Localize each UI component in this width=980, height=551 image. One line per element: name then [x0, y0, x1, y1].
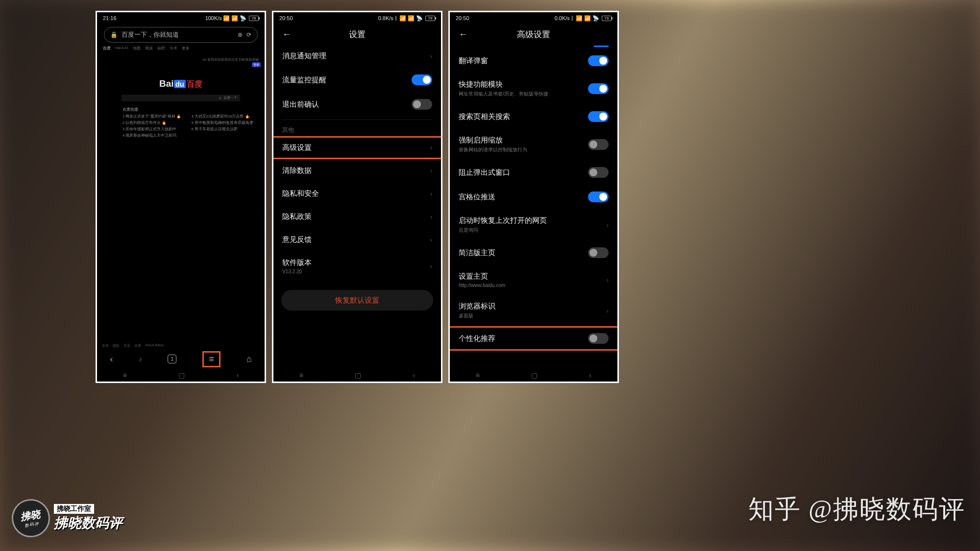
- toggle-switch[interactable]: [412, 99, 432, 110]
- chevron-right-icon: ›: [607, 221, 609, 229]
- tab-link[interactable]: 学术: [170, 46, 177, 51]
- tab-link[interactable]: 地图: [133, 46, 141, 51]
- reload-icon[interactable]: ⟳: [246, 31, 251, 38]
- system-nav: ≡ ▢ ‹: [97, 369, 265, 382]
- home-icon[interactable]: ⌂: [246, 354, 252, 364]
- setting-label: 消息通知管理: [282, 51, 430, 61]
- chevron-right-icon: ›: [430, 213, 432, 220]
- chevron-right-icon: ›: [607, 307, 609, 314]
- setting-row[interactable]: 高级设置›: [272, 136, 442, 159]
- chevron-right-icon: ›: [430, 236, 432, 243]
- hot-title: 百度热搜: [122, 107, 239, 112]
- chevron-right-icon: ›: [430, 263, 432, 270]
- lock-icon: 🔒: [110, 31, 118, 38]
- setting-row[interactable]: 消息通知管理›: [273, 45, 441, 68]
- setting-row[interactable]: 流量监控提醒: [273, 68, 441, 92]
- search-box[interactable]: ◎ 百度一下: [122, 95, 240, 101]
- toggle-switch[interactable]: [588, 192, 609, 202]
- setting-label: 浏览器标识: [459, 302, 607, 311]
- tab-link[interactable]: 视频: [145, 46, 153, 51]
- chevron-right-icon: ›: [430, 167, 432, 174]
- recents-icon[interactable]: ≡: [299, 371, 303, 379]
- recents-icon[interactable]: ≡: [476, 371, 480, 379]
- back-key-icon[interactable]: ‹: [589, 371, 592, 379]
- hot-item[interactable]: 3 庆余年摄影师正式升入独剧中: [122, 127, 181, 132]
- hot-item[interactable]: 2 以色列彻底宣布停火 🔥: [122, 120, 181, 125]
- clock: 21:16: [103, 15, 117, 21]
- phone-settings: 20:50 0.8K/s ᛒ 📶 📶 📡 79 ← 设置 消息通知管理›流量监控…: [272, 11, 442, 383]
- home-key-icon[interactable]: ▢: [178, 371, 185, 379]
- header: ← 高级设置: [450, 24, 617, 45]
- toggle-switch[interactable]: [588, 55, 609, 66]
- setting-row[interactable]: 退出前确认: [273, 92, 441, 117]
- setting-row[interactable]: 软件版本V13.2.20›: [273, 251, 441, 281]
- hot-item[interactable]: 6 男子车着路人目视无法萨: [192, 127, 253, 132]
- setting-row[interactable]: 隐私政策›: [273, 205, 441, 228]
- toggle-switch[interactable]: [412, 74, 432, 85]
- battery-icon: 79: [425, 16, 435, 21]
- hot-item[interactable]: 4 俄罗斯会神秘电人天中卫新玛: [122, 133, 181, 138]
- toggle-switch[interactable]: [588, 167, 609, 178]
- restore-defaults-button[interactable]: 恢复默认设置: [281, 290, 433, 311]
- menu-icon[interactable]: ≡: [202, 351, 220, 367]
- setting-sub: 总是询问: [459, 227, 607, 234]
- signal-icon: ᛒ 📶 📶 📡: [571, 15, 599, 22]
- home-key-icon[interactable]: ▢: [531, 371, 538, 379]
- setting-label: 意见反馈: [282, 235, 430, 244]
- setting-row[interactable]: 隐私和安全›: [273, 182, 441, 205]
- battery-icon: 78: [249, 16, 259, 21]
- setting-row[interactable]: 清除数据›: [273, 159, 441, 182]
- setting-label: 退出前确认: [282, 100, 412, 109]
- toggle-switch[interactable]: [588, 247, 609, 258]
- toggle-switch[interactable]: [588, 111, 609, 122]
- setting-row[interactable]: 浏览器标识桌面版›: [450, 295, 617, 326]
- hot-item[interactable]: 5 香中检测新电梯的鱼质有原题角度: [192, 120, 253, 125]
- browser-toolbar: ‹ › 1 ≡ ⌂: [97, 349, 265, 369]
- home-key-icon[interactable]: ▢: [355, 371, 361, 379]
- setting-label: 阻止弹出式窗口: [459, 168, 588, 177]
- setting-sub: 替换网站的请求以控制缩放行为: [459, 146, 588, 153]
- toggle-switch[interactable]: [588, 83, 609, 94]
- tab-link[interactable]: 更多: [182, 46, 190, 51]
- setting-row[interactable]: 搜索页相关搜索: [450, 104, 617, 129]
- system-nav: ≡ ▢ ‹: [273, 369, 441, 382]
- stamp-line1: 拂晓工作室: [54, 504, 94, 514]
- setting-row[interactable]: 宫格位推送: [450, 185, 617, 209]
- signal-icon: ᛒ 📶 📶 📡: [394, 15, 423, 22]
- back-icon[interactable]: ‹: [110, 354, 113, 364]
- search-button[interactable]: 百度一下: [223, 96, 237, 100]
- hot-item[interactable]: 1 网友正式拿下"重庆约架"商标 🔥: [122, 114, 181, 119]
- hot-item[interactable]: 4 大鸡买2元烧麦获对10万点赞 🔥: [192, 114, 253, 119]
- clock: 20:50: [456, 15, 469, 21]
- clock: 20:50: [279, 15, 293, 21]
- setting-row[interactable]: 意见反馈›: [273, 228, 441, 251]
- tab-link[interactable]: 贴吧: [157, 46, 165, 51]
- url-bar[interactable]: 🔒 百度一下，你就知道 ⊕ ⟳: [104, 27, 258, 43]
- setting-row[interactable]: 简洁版主页: [450, 240, 617, 265]
- tabs-button[interactable]: 1: [168, 355, 176, 363]
- back-key-icon[interactable]: ‹: [237, 371, 239, 379]
- setting-row[interactable]: 强制启用缩放替换网站的请求以控制缩放行为: [450, 129, 617, 160]
- battery-icon: 79: [602, 16, 612, 21]
- setting-row[interactable]: 设置主页http://www.baidu.com›: [450, 265, 617, 295]
- forward-icon[interactable]: ›: [139, 354, 142, 364]
- setting-row[interactable]: 快捷功能模块网址常用输入及书签/历史、剪贴版等快捷: [450, 73, 617, 104]
- setting-row[interactable]: 翻译弹窗: [450, 48, 617, 73]
- setting-row[interactable]: 阻止弹出式窗口: [450, 160, 617, 185]
- back-key-icon[interactable]: ‹: [413, 371, 416, 379]
- bookmark-add-icon[interactable]: ⊕: [238, 31, 243, 38]
- recents-icon[interactable]: ≡: [123, 371, 127, 379]
- setting-row[interactable]: 个性化推荐: [448, 326, 619, 351]
- tab-link[interactable]: 百度: [103, 46, 111, 51]
- setting-label: 个性化推荐: [459, 334, 588, 343]
- setting-label: 设置主页: [459, 272, 607, 281]
- camera-icon[interactable]: ◎: [219, 96, 221, 100]
- toggle-switch[interactable]: [588, 333, 609, 344]
- toggle-partial: [594, 46, 609, 47]
- login-button[interactable]: 登录: [252, 62, 261, 67]
- setting-label: 简洁版主页: [459, 248, 588, 258]
- tab-link[interactable]: hao123: [115, 46, 128, 51]
- toggle-switch[interactable]: [588, 139, 609, 150]
- setting-row[interactable]: 启动时恢复上次打开的网页总是询问›: [450, 209, 617, 240]
- setting-label: 宫格位推送: [459, 192, 588, 202]
